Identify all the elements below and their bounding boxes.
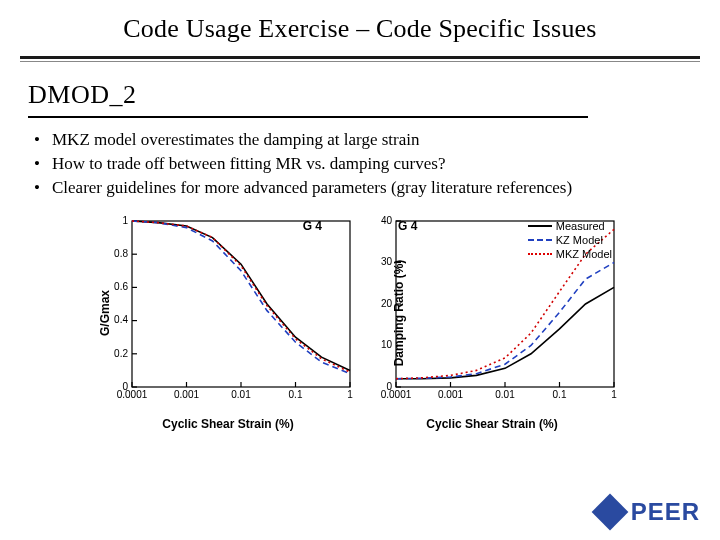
legend-label: MKZ Model xyxy=(556,247,612,261)
peer-text: PEER xyxy=(631,498,700,526)
xlabel: Cyclic Shear Strain (%) xyxy=(362,417,622,431)
bullet-text: Clearer guidelines for more advanced par… xyxy=(52,176,572,200)
title-area: Code Usage Exercise – Code Specific Issu… xyxy=(0,0,720,44)
legend: Measured KZ Model MKZ Model xyxy=(528,219,612,261)
bullet-item: •How to trade off between fitting MR vs.… xyxy=(34,152,692,176)
ylabel: Damping Ratio (%) xyxy=(392,260,406,367)
legend-item: MKZ Model xyxy=(528,247,612,261)
subtitle-underline xyxy=(28,116,588,118)
legend-label: KZ Model xyxy=(556,233,603,247)
bullet-item: •Clearer guidelines for more advanced pa… xyxy=(34,176,692,200)
bullet-item: •MKZ model overestimates the damping at … xyxy=(34,128,692,152)
subtitle: DMOD_2 xyxy=(28,80,692,110)
slide-title: Code Usage Exercise – Code Specific Issu… xyxy=(0,14,720,44)
panel-label: G 4 xyxy=(398,219,417,233)
measured-swatch-icon xyxy=(528,225,552,227)
chart-damping: Damping Ratio (%) Cyclic Shear Strain (%… xyxy=(362,213,622,413)
legend-label: Measured xyxy=(556,219,605,233)
bullet-list: •MKZ model overestimates the damping at … xyxy=(34,128,692,199)
title-divider-1 xyxy=(20,56,700,59)
chart-ggmax: G/Gmax Cyclic Shear Strain (%) G 4 xyxy=(98,213,358,413)
legend-item: KZ Model xyxy=(528,233,612,247)
section-header: DMOD_2 xyxy=(28,80,692,118)
title-divider-2 xyxy=(20,61,700,62)
panel-label: G 4 xyxy=(303,219,322,233)
bullet-text: MKZ model overestimates the damping at l… xyxy=(52,128,419,152)
legend-item: Measured xyxy=(528,219,612,233)
chart-canvas xyxy=(98,213,358,413)
kz-swatch-icon xyxy=(528,239,552,241)
xlabel: Cyclic Shear Strain (%) xyxy=(98,417,358,431)
charts-row: G/Gmax Cyclic Shear Strain (%) G 4 Dampi… xyxy=(0,213,720,413)
peer-logo: PEER xyxy=(597,498,700,526)
peer-diamond-icon xyxy=(591,494,628,531)
mkz-swatch-icon xyxy=(528,253,552,255)
ylabel: G/Gmax xyxy=(98,290,112,336)
bullet-text: How to trade off between fitting MR vs. … xyxy=(52,152,445,176)
